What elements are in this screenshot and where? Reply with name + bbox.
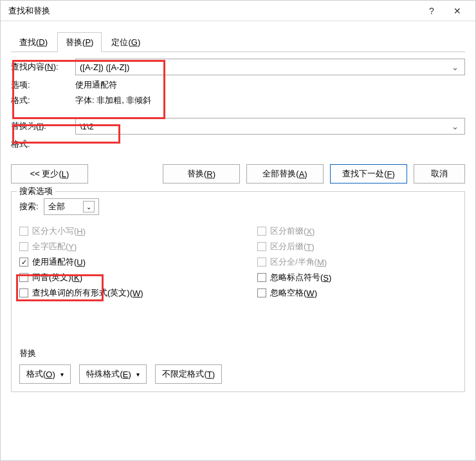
search-direction-select[interactable]: 全部 ⌄ [44,198,99,215]
checkbox-icon [19,273,28,282]
special-dropdown-button[interactable]: 特殊格式(E) ▾ [79,364,146,384]
replace-button[interactable]: 替换(R) [163,164,240,183]
chevron-down-icon[interactable]: ⌄ [449,62,461,72]
less-button[interactable]: << 更少(L) [11,164,88,183]
whole-word-checkbox: 全字匹配(Y) [19,241,219,252]
format-value: 字体: 非加粗, 非倾斜 [75,95,151,106]
tab-find[interactable]: 查找(D) [11,32,56,52]
checkbox-icon [257,273,266,282]
caret-down-icon: ▾ [136,371,140,378]
find-value: ([A-Z]) ([A-Z]) [80,62,449,72]
tab-replace[interactable]: 替换(P) [57,32,102,52]
options-label: 选项: [11,79,75,91]
search-options-legend: 搜索选项 [17,185,55,197]
replace-input[interactable]: \1\2 ⌄ [75,118,465,135]
window-title: 查找和替换 [8,5,419,17]
match-prefix-checkbox: 区分前缀(X) [257,225,457,237]
checkbox-icon [257,288,266,297]
chevron-down-icon[interactable]: ⌄ [449,122,461,131]
ignore-whitespace-checkbox[interactable]: 忽略空格(W) [257,287,457,299]
chevron-down-icon: ⌄ [83,201,95,212]
format2-label: 格式: [11,138,75,150]
all-word-forms-checkbox[interactable]: 查找单词的所有形式(英文)(W) [19,287,219,299]
match-suffix-checkbox: 区分后缀(T) [257,241,457,252]
replace-label: 替换为(I): [11,120,75,132]
match-case-checkbox: 区分大小写(H) [19,225,219,237]
replace-value: \1\2 [80,122,449,131]
checkbox-icon [19,242,28,251]
find-next-button[interactable]: 查找下一处(F) [330,164,407,183]
ignore-punctuation-checkbox[interactable]: 忽略标点符号(S) [257,272,457,283]
tab-goto[interactable]: 定位(G) [103,32,149,52]
tab-strip: 查找(D) 替换(P) 定位(G) [11,32,465,52]
caret-down-icon: ▾ [60,371,64,378]
help-button[interactable]: ? [419,6,444,16]
search-direction-label: 搜索: [19,201,39,212]
replace-all-button[interactable]: 全部替换(A) [246,164,324,183]
use-wildcards-checkbox[interactable]: ✓ 使用通配符(U) [19,256,219,268]
checkbox-icon [257,227,266,236]
find-input[interactable]: ([A-Z]) ([A-Z]) ⌄ [75,59,465,75]
checkbox-icon: ✓ [19,258,28,267]
titlebar: 查找和替换 ? ✕ [1,1,475,21]
cancel-button[interactable]: 取消 [414,164,465,183]
find-label: 查找内容(N): [11,61,75,73]
options-value: 使用通配符 [75,79,117,91]
no-formatting-button[interactable]: 不限定格式(T) [155,364,222,384]
format-label: 格式: [11,95,75,106]
sounds-like-checkbox[interactable]: 同音(英文)(K) [19,272,219,283]
replace-section-label: 替换 [19,348,457,359]
full-half-width-checkbox: 区分全/半角(M) [257,256,457,268]
format-dropdown-button[interactable]: 格式(O) ▾ [19,364,71,384]
close-button[interactable]: ✕ [444,6,470,16]
checkbox-icon [257,242,266,251]
checkbox-icon [19,227,28,236]
checkbox-icon [19,288,28,297]
search-options-group: 搜索选项 搜索: 全部 ⌄ 区分大小写(H) 全字匹配(Y) [11,191,465,392]
checkbox-icon [257,258,266,267]
